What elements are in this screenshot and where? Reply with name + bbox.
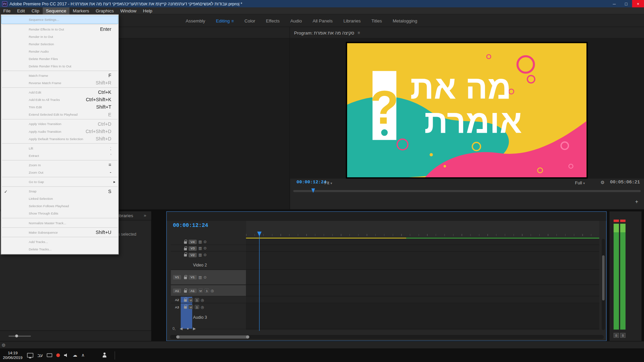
track-a3[interactable] [246,304,599,329]
sync-lock-icon[interactable]: ▥ [198,240,202,244]
workspace-tab-audio[interactable]: Audio [290,18,302,23]
track-v2[interactable] [246,252,599,270]
input-language[interactable]: עב [37,353,43,358]
voiceover-record-icon[interactable]: ◎ [201,305,204,309]
menu-item[interactable]: Match FrameF [2,72,118,79]
lock-icon[interactable] [184,248,187,250]
track-header-a2[interactable]: A2 M S ◎ [171,297,246,303]
close-button[interactable]: × [632,0,644,7]
next-keyframe-icon[interactable]: ▶ [193,327,196,331]
previous-keyframe-icon[interactable]: ◀ [180,327,182,331]
eye-icon[interactable]: ⊙ [204,275,207,279]
workspace-tab-editing[interactable]: Editing≡ [216,18,234,23]
clip-indicator-right[interactable] [620,220,626,222]
track-v3[interactable] [246,245,599,251]
add-keyframe-icon[interactable]: ● [186,327,189,331]
button-editor-button[interactable]: + [635,199,638,205]
display-tray-icon[interactable] [27,353,33,357]
menu-item[interactable]: ✓SnapS [2,188,118,195]
menu-item[interactable]: Render In to Out [2,33,118,40]
menu-item[interactable]: Go to Gap▸ [2,178,118,185]
lock-icon[interactable] [184,290,187,292]
program-timecode[interactable]: 00:00:12:24 [297,180,326,185]
menubar-item-edit[interactable]: Edit [14,7,28,14]
solo-left-button[interactable]: S [613,333,619,338]
menu-item[interactable]: Apply Video TransitionCtrl+D [2,120,118,128]
track-badge-a2[interactable]: A2 [173,298,181,302]
menu-item[interactable]: Extend Selected Edit to PlayheadE [2,111,118,118]
timeline-ruler[interactable] [246,221,599,238]
workspace-tab-color[interactable]: Color [245,18,255,23]
solo-button[interactable]: S [195,298,199,302]
track-a2[interactable] [246,297,599,303]
solo-button[interactable]: S [195,305,199,309]
eye-icon[interactable]: ⊙ [204,246,207,250]
zoom-knob[interactable] [15,334,18,337]
workspace-tab-metalogging[interactable]: Metalogging [393,18,417,23]
sync-lock-icon[interactable]: ▥ [198,246,202,250]
source-patch-a1[interactable]: A1 [173,288,181,293]
mute-button[interactable]: M [189,305,193,309]
menu-item[interactable]: Delete Render Files [2,55,118,62]
track-header-v4[interactable]: V4 ▥ ⊙ [171,239,246,245]
playback-resolution-dropdown[interactable]: Full▾ [575,180,585,185]
notification-tray-icon[interactable] [56,353,60,357]
scrollbar-thumb[interactable] [602,255,604,301]
eye-icon[interactable]: ⊙ [204,240,207,244]
workspace-tab-effects[interactable]: Effects [266,18,280,23]
track-v4[interactable] [246,239,599,245]
keyboard-tray-icon[interactable] [47,353,52,357]
menubar-item-window[interactable]: Window [117,7,140,14]
mute-button[interactable]: M [189,298,193,302]
workspace-tab-libraries[interactable]: Libraries [343,18,361,23]
thumbnail-zoom-slider[interactable] [9,336,31,336]
menu-item[interactable]: Zoom In= [2,161,118,169]
eye-icon[interactable]: ⊙ [204,253,207,257]
workspace-menu-icon[interactable]: ≡ [231,19,234,23]
panel-menu-icon[interactable]: ≡ [358,31,360,35]
lock-icon[interactable] [184,241,187,243]
fit-dropdown[interactable]: Fit▾ [324,180,332,185]
menu-item[interactable]: Add EditCtrl+K [2,88,118,96]
source-patch-v1[interactable]: V1 [173,275,181,279]
track-badge-v1[interactable]: V1 [189,275,197,279]
menu-item[interactable]: Reverse Match FrameShift+R [2,79,118,86]
onedrive-cloud-icon[interactable]: ☁ [73,353,77,358]
track-badge-a3[interactable]: A3 [173,305,181,309]
workspace-tab-titles[interactable]: Titles [371,18,382,23]
minimize-button[interactable]: ─ [608,0,620,7]
menu-item[interactable]: Render Audio [2,48,118,55]
solo-button[interactable]: S [205,289,209,293]
horizontal-zoom-scrollbar[interactable] [170,335,604,339]
menu-item[interactable]: Trim EditShift+T [2,104,118,111]
vertical-scrollbar[interactable] [602,239,605,330]
solo-right-button[interactable]: S [620,333,626,338]
voiceover-record-icon[interactable]: ◎ [211,289,214,293]
wrench-icon[interactable]: ⚙ [600,180,604,185]
menu-item[interactable]: Selection Follows Playhead [2,202,118,210]
menu-item[interactable]: Lift; [2,144,118,152]
track-header-a3[interactable]: A3 M S ◎ Audio 3 [171,304,246,329]
show-hidden-icons-chevron[interactable]: ∧ [81,353,85,358]
track-badge-v3[interactable]: V3 [189,246,197,250]
lock-icon[interactable] [184,277,187,279]
clip-indicator-left[interactable] [613,220,619,222]
menubar-item-clip[interactable]: Clip [28,7,43,14]
program-scrubber[interactable] [293,188,641,193]
track-a1[interactable] [246,285,599,296]
track-v1[interactable] [246,270,599,285]
menu-item[interactable]: Apply Default Transitions to SelectionSh… [2,135,118,142]
workspace-tab-all-panels[interactable]: All Panels [313,18,333,23]
timeline-timecode[interactable]: 00:00:12:24 [173,223,208,229]
menu-item[interactable]: Add Edit to All TracksCtrl+Shift+K [2,96,118,104]
sync-lock-icon[interactable]: ▥ [198,253,202,257]
menu-item[interactable]: Delete Tracks... [2,245,118,253]
menu-item[interactable]: Zoom Out- [2,169,118,176]
menubar-item-sequence[interactable]: Sequence [43,7,69,14]
track-badge-v2[interactable]: V2 [189,253,197,257]
track-header-a1[interactable]: A1 A1 M S ◎ [171,285,246,296]
menu-item[interactable]: Render Selection [2,40,118,48]
scrubber-track[interactable] [293,190,641,192]
lock-icon[interactable] [184,306,187,308]
menu-item[interactable]: Apply Audio TransitionCtrl+Shift+D [2,128,118,135]
